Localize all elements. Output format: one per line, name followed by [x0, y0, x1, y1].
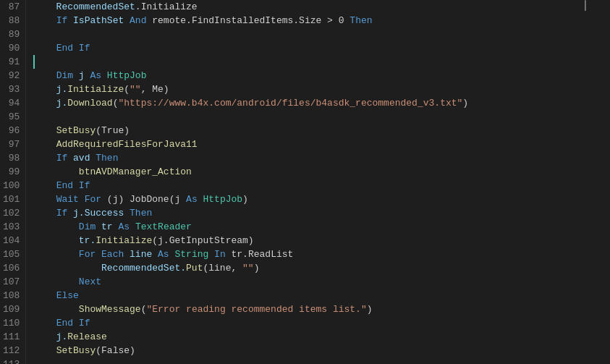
token: tr — [96, 220, 118, 234]
line-number: 110 — [3, 316, 20, 330]
token — [33, 179, 56, 192]
token: Dim — [79, 220, 96, 234]
token: (True) — [96, 124, 130, 137]
code-content[interactable]: RecommendedSet.Initialize If IsPathSet A… — [26, 0, 610, 364]
token: Wait For — [56, 192, 101, 206]
line-number: 99 — [3, 165, 20, 179]
code-line — [33, 55, 610, 69]
code-editor[interactable]: 8788899091929394959697989910010110210310… — [0, 0, 610, 364]
token — [33, 289, 56, 302]
token — [208, 247, 214, 261]
token: , Me) — [141, 82, 169, 96]
token: Download — [67, 96, 112, 110]
token — [33, 247, 78, 261]
cursor-icon: │ — [583, 0, 588, 11]
line-number: 88 — [3, 14, 20, 27]
line-number: 100 — [3, 179, 20, 192]
line-number: 96 — [3, 124, 20, 137]
token: As — [118, 220, 130, 234]
token: Release — [67, 330, 107, 344]
code-line: ShowMessage("Error reading recommended i… — [33, 302, 610, 316]
token: HttpJob — [203, 192, 243, 206]
token — [169, 247, 175, 261]
line-number: 107 — [3, 275, 20, 289]
code-line: End If — [33, 41, 610, 55]
token — [33, 206, 56, 220]
token: Initialize — [96, 234, 152, 247]
token: End If — [56, 41, 90, 55]
line-number: 103 — [3, 220, 20, 234]
token: Initialize — [67, 82, 124, 96]
token: j — [73, 69, 90, 82]
token — [101, 69, 107, 82]
token — [198, 192, 203, 206]
token — [33, 14, 56, 27]
token: Then — [130, 206, 152, 220]
token: IsPathSet — [67, 14, 130, 27]
token — [33, 41, 56, 55]
line-number: 108 — [3, 289, 20, 302]
token: "" — [130, 82, 141, 96]
token — [33, 192, 56, 206]
token — [33, 275, 78, 289]
code-line: End If — [33, 316, 610, 330]
line-number: 94 — [3, 96, 20, 110]
line-number: 90 — [3, 41, 20, 55]
line-number: 87 — [3, 0, 20, 14]
token: RecommendedSet. — [33, 261, 186, 275]
token: Else — [56, 289, 79, 302]
token: j. — [33, 330, 67, 344]
code-line: RecommendedSet.Put(line, "") — [33, 261, 610, 275]
token: ( — [124, 82, 130, 96]
token: ) — [462, 96, 468, 110]
token: As — [90, 69, 101, 82]
code-line: RecommendedSet.Initialize — [33, 0, 610, 14]
code-line: End If — [33, 179, 610, 192]
token: Dim — [56, 69, 73, 82]
code-line: j.Release — [33, 330, 610, 344]
code-line: If avd Then — [33, 151, 610, 165]
token: "Error reading recommended items list." — [146, 302, 366, 316]
token: (line, — [203, 261, 242, 275]
token: Put — [186, 261, 203, 275]
token: SetBusy — [56, 124, 96, 137]
line-number: 101 — [3, 192, 20, 206]
token: remote.FindInstalledItems.Size > 0 — [146, 14, 350, 27]
line-number: 113 — [3, 357, 20, 364]
token: j. — [33, 96, 67, 110]
line-number: 92 — [3, 69, 20, 82]
token: ( — [113, 96, 119, 110]
scrollbar[interactable] — [600, 0, 610, 364]
code-line: AddRequiredFilesForJava11 — [33, 137, 610, 151]
token — [33, 69, 56, 82]
token: (j) JobDone(j — [101, 192, 186, 206]
token: End If — [56, 179, 90, 192]
token — [33, 124, 56, 137]
token: ( — [141, 302, 147, 316]
token: btnAVDManager_Action — [79, 165, 192, 179]
line-number: 105 — [3, 247, 20, 261]
line-number: 93 — [3, 82, 20, 96]
token: If — [56, 14, 68, 27]
line-number: 106 — [3, 261, 20, 275]
token: ShowMessage — [79, 302, 141, 316]
token: .Initialize — [135, 0, 198, 14]
token: j.Success — [67, 206, 130, 220]
line-number: 109 — [3, 302, 20, 316]
code-line: For Each line As String In tr.ReadList — [33, 247, 610, 261]
token: And — [130, 14, 146, 27]
token — [33, 137, 56, 151]
token — [33, 220, 78, 234]
token: TextReader — [135, 220, 192, 234]
token — [130, 220, 135, 234]
code-line: tr.Initialize(j.GetInputStream) — [33, 234, 610, 247]
token: "" — [242, 261, 254, 275]
token: ) — [242, 192, 248, 206]
token — [33, 165, 78, 179]
token: AddRequiredFilesForJava11 — [56, 137, 198, 151]
line-number: 111 — [3, 330, 20, 344]
line-number: 98 — [3, 151, 20, 165]
token: For Each — [79, 247, 124, 261]
token: As — [186, 192, 198, 206]
token: avd — [67, 151, 96, 165]
